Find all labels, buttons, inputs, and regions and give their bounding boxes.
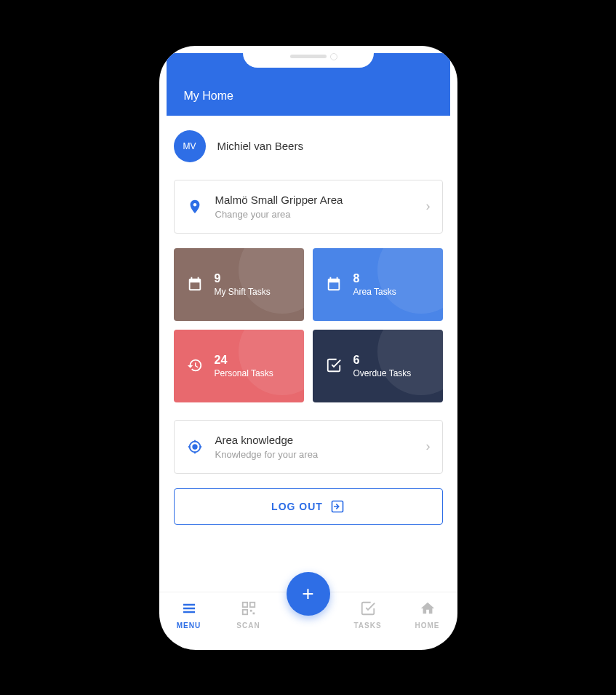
logout-button[interactable]: LOG OUT	[174, 488, 443, 525]
nav-label: SCAN	[236, 621, 260, 630]
nav-label: MENU	[177, 621, 201, 630]
tile-count: 6	[353, 354, 412, 367]
chevron-right-icon: ›	[426, 199, 431, 214]
tile-label: My Shift Tasks	[215, 287, 271, 297]
svg-point-1	[193, 445, 197, 449]
target-icon	[186, 438, 204, 456]
nav-label: TASKS	[353, 621, 381, 630]
calendar-icon	[326, 276, 343, 293]
area-title: Malmö Small Gripper Area	[215, 194, 415, 206]
chevron-right-icon: ›	[426, 439, 431, 454]
shift-tasks-tile[interactable]: 9 My Shift Tasks	[174, 248, 304, 321]
nav-home[interactable]: HOME	[406, 600, 449, 630]
phone-frame: My Home MV Michiel van Beers Malmö Small…	[159, 46, 457, 650]
svg-rect-13	[249, 609, 252, 611]
svg-rect-10	[242, 602, 247, 606]
tile-count: 24	[215, 354, 273, 367]
nav-menu[interactable]: MENU	[167, 600, 211, 630]
bottom-navigation: + MENU SCAN	[159, 592, 457, 650]
tile-label: Area Tasks	[353, 287, 396, 297]
svg-rect-14	[252, 612, 255, 614]
phone-notch	[243, 46, 374, 68]
checkbox-icon	[359, 600, 377, 617]
tile-label: Overdue Tasks	[353, 368, 412, 378]
svg-rect-12	[242, 609, 247, 613]
personal-tasks-tile[interactable]: 24 Personal Tasks	[174, 330, 304, 402]
user-profile-row[interactable]: MV Michiel van Beers	[174, 130, 443, 162]
overdue-tasks-tile[interactable]: 6 Overdue Tasks	[313, 330, 443, 402]
nav-tasks[interactable]: TASKS	[346, 600, 390, 630]
area-knowledge-card[interactable]: Area knowledge Knowledge for your area ›	[174, 420, 443, 474]
task-tiles-grid: 9 My Shift Tasks 8 Area Tasks	[174, 248, 443, 402]
area-subtitle: Change your area	[215, 209, 415, 220]
nav-label: HOME	[415, 621, 440, 630]
tile-count: 9	[215, 272, 271, 285]
checkbox-icon	[326, 357, 343, 375]
menu-icon	[180, 600, 198, 617]
user-name: Michiel van Beers	[217, 140, 303, 152]
area-selector-card[interactable]: Malmö Small Gripper Area Change your are…	[174, 180, 443, 234]
plus-icon: +	[302, 582, 313, 605]
svg-rect-11	[249, 602, 254, 606]
qr-icon	[240, 600, 257, 617]
avatar: MV	[174, 130, 206, 162]
area-tasks-tile[interactable]: 8 Area Tasks	[313, 248, 443, 321]
calendar-icon	[187, 276, 204, 293]
tile-count: 8	[353, 272, 396, 285]
knowledge-title: Area knowledge	[215, 434, 415, 446]
fab-add-button[interactable]: +	[287, 572, 330, 616]
page-title: My Home	[184, 90, 433, 103]
tile-label: Personal Tasks	[215, 368, 273, 378]
history-icon	[187, 357, 204, 375]
knowledge-subtitle: Knowledge for your area	[215, 449, 415, 460]
nav-scan[interactable]: SCAN	[227, 600, 271, 630]
logout-label: LOG OUT	[271, 501, 323, 512]
home-icon	[419, 600, 436, 617]
location-pin-icon	[186, 198, 204, 215]
logout-icon	[330, 499, 345, 514]
